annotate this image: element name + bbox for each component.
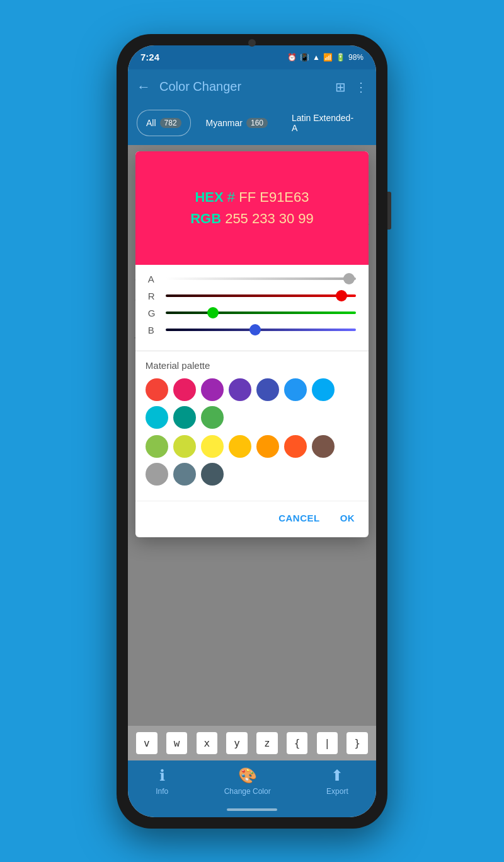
palette-dot[interactable] (146, 435, 168, 458)
tab-all[interactable]: All 782 (137, 110, 191, 136)
dialog-overlay: HEX # FF E91E63 RGB 255 233 30 99 (128, 145, 376, 726)
hex-label: HEX (195, 189, 223, 205)
tab-myanmar-badge: 160 (246, 118, 268, 128)
divider (135, 351, 369, 351)
status-bar: 7:24 ⏰ 📳 ▲ 📶 🔋 98% (128, 45, 376, 69)
keyboard-row: v w x y z { | } (128, 726, 376, 760)
slider-row-b: B (148, 325, 356, 335)
back-button[interactable]: ← (137, 79, 151, 95)
tab-latin[interactable]: Latin Extended-A (283, 110, 367, 136)
sliders-section: A R (135, 265, 369, 346)
slider-label-a: A (148, 274, 159, 284)
palette-dot[interactable] (201, 378, 224, 401)
nav-info[interactable]: ℹ Info (156, 767, 168, 796)
slider-row-g: G (148, 308, 356, 318)
phone-frame: 7:24 ⏰ 📳 ▲ 📶 🔋 98% ← Color Changer ⊞ ⋮ A… (117, 34, 387, 829)
palette-row-1 (146, 378, 358, 429)
palette-dot[interactable] (284, 435, 307, 458)
rgb-line: RGB 255 233 30 99 (190, 211, 314, 227)
nav-export[interactable]: ⬆ Export (326, 767, 348, 796)
palette-dot[interactable] (146, 406, 168, 429)
menu-icon[interactable]: ⋮ (355, 79, 367, 95)
hex-ff: FF (239, 189, 256, 205)
palette-dot[interactable] (173, 435, 196, 458)
export-icon: ⬆ (331, 767, 343, 784)
main-content: & ε › Ν Λ % Μ = HEX # FF E91E63 (128, 145, 376, 726)
palette-dot[interactable] (229, 378, 251, 401)
slider-row-r: R (148, 291, 356, 301)
slider-thumb-b[interactable] (249, 324, 261, 335)
palette-dot[interactable] (173, 463, 196, 486)
camera (248, 39, 256, 47)
slider-track-a[interactable] (166, 277, 356, 280)
palette-dot[interactable] (201, 406, 224, 429)
palette-dot[interactable] (256, 378, 279, 401)
nav-change-color-label: Change Color (224, 787, 271, 796)
palette-dot[interactable] (201, 435, 224, 458)
palette-dot[interactable] (173, 406, 196, 429)
dialog-buttons: CANCEL OK (135, 501, 369, 537)
slider-thumb-r[interactable] (336, 290, 347, 301)
slider-label-b: B (148, 325, 159, 335)
hex-value: E91E63 (260, 189, 309, 205)
battery-percent: 98% (348, 53, 364, 62)
top-bar: ← Color Changer ⊞ ⋮ (128, 69, 376, 105)
key-y[interactable]: y (226, 732, 248, 754)
tab-all-label: All (146, 118, 156, 128)
home-bar (227, 808, 277, 811)
tab-row: All 782 Myanmar 160 Latin Extended-A (128, 105, 376, 145)
palette-dot[interactable] (146, 378, 168, 401)
tab-myanmar-label: Myanmar (206, 118, 243, 128)
battery-icon: 🔋 (336, 53, 345, 62)
top-bar-actions: ⊞ ⋮ (335, 79, 367, 95)
tab-latin-label: Latin Extended-A (292, 113, 358, 133)
palette-dot[interactable] (312, 378, 335, 401)
phone-screen: 7:24 ⏰ 📳 ▲ 📶 🔋 98% ← Color Changer ⊞ ⋮ A… (128, 45, 376, 817)
hex-hash: # (227, 189, 239, 205)
slider-thumb-a[interactable] (343, 273, 355, 284)
slider-track-g[interactable] (166, 312, 356, 314)
slider-track-r[interactable] (166, 294, 356, 297)
key-v[interactable]: v (136, 732, 158, 754)
slider-thumb-g[interactable] (207, 307, 219, 318)
grid-icon[interactable]: ⊞ (335, 79, 346, 95)
palette-dot[interactable] (256, 435, 279, 458)
home-indicator (128, 805, 376, 817)
slider-label-r: R (148, 291, 159, 301)
color-picker-dialog: HEX # FF E91E63 RGB 255 233 30 99 (135, 151, 369, 537)
tab-all-badge: 782 (160, 118, 181, 128)
ok-button[interactable]: OK (336, 508, 359, 528)
hex-line: HEX # FF E91E63 (195, 189, 309, 206)
key-w[interactable]: w (166, 732, 188, 754)
key-pipe[interactable]: | (317, 732, 338, 754)
palette-icon: 🎨 (238, 767, 257, 784)
slider-track-b[interactable] (166, 329, 356, 331)
info-icon: ℹ (159, 767, 165, 784)
palette-section: Material palette (135, 356, 369, 501)
key-lbrace[interactable]: { (287, 732, 308, 754)
palette-title: Material palette (146, 360, 358, 371)
color-preview: HEX # FF E91E63 RGB 255 233 30 99 (135, 151, 369, 265)
side-button (387, 192, 391, 230)
app-title: Color Changer (159, 79, 335, 94)
nav-info-label: Info (156, 787, 168, 796)
palette-dot[interactable] (312, 435, 335, 458)
palette-dot[interactable] (229, 435, 251, 458)
palette-dot[interactable] (173, 378, 196, 401)
cancel-button[interactable]: CANCEL (275, 508, 324, 528)
palette-dot[interactable] (146, 463, 168, 486)
nav-export-label: Export (326, 787, 348, 796)
key-rbrace[interactable]: } (346, 732, 368, 754)
rgb-label: RGB (190, 211, 221, 226)
alarm-icon: ⏰ (287, 53, 297, 62)
key-z[interactable]: z (256, 732, 278, 754)
palette-row-2 (146, 435, 358, 486)
palette-dot[interactable] (284, 378, 307, 401)
signal-icon: 📶 (323, 53, 333, 62)
palette-dot[interactable] (201, 463, 224, 486)
tab-myanmar[interactable]: Myanmar 160 (197, 110, 277, 136)
wifi-icon: ▲ (312, 53, 320, 62)
nav-change-color[interactable]: 🎨 Change Color (224, 767, 271, 796)
status-icons: ⏰ 📳 ▲ 📶 🔋 98% (287, 53, 364, 62)
key-x[interactable]: x (197, 732, 218, 754)
